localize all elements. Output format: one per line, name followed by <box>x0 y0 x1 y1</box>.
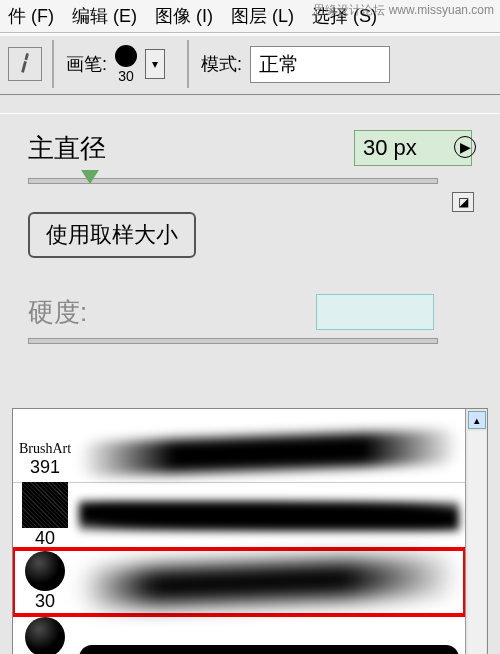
diameter-slider[interactable] <box>28 178 438 184</box>
scroll-up-button[interactable]: ▴ <box>468 411 486 429</box>
play-icon: ▶ <box>460 139 471 155</box>
options-bar: 画笔: 30 ▾ 模式: 正常 <box>0 33 500 95</box>
brush-tool-icon <box>10 48 40 80</box>
diameter-label: 主直径 <box>28 131 106 166</box>
mode-label: 模式: <box>201 52 242 76</box>
brush-thumb-label: 30 <box>35 591 55 612</box>
brush-stroke-preview <box>79 491 459 541</box>
brush-stroke-preview <box>79 428 459 478</box>
brush-settings-panel: 主直径 30 px ▶ ◪ 使用取样大小 硬度: <box>0 113 500 374</box>
hardness-slider[interactable] <box>28 338 438 344</box>
chevron-up-icon: ▴ <box>474 414 480 427</box>
menu-image[interactable]: 图像 (I) <box>155 4 213 28</box>
new-preset-button[interactable]: ◪ <box>452 192 474 212</box>
brush-list-scrollbar[interactable]: ▴ ▾ <box>465 409 487 654</box>
hardness-input[interactable] <box>316 294 434 330</box>
brush-stroke-preview <box>79 623 459 655</box>
brush-preview[interactable]: 30 <box>115 45 137 84</box>
brush-thumb-icon <box>22 482 68 528</box>
watermark-text: 思缘设计论坛 www.missyuan.com <box>313 2 494 19</box>
new-preset-icon: ◪ <box>458 195 469 209</box>
menu-edit[interactable]: 编辑 (E) <box>72 4 137 28</box>
hardness-label: 硬度: <box>28 295 87 330</box>
brush-preset-list: BrushArt 391 40 30 40 <box>12 408 488 654</box>
use-sample-size-button[interactable]: 使用取样大小 <box>28 212 196 258</box>
brush-stroke-preview <box>79 557 459 607</box>
brush-preset-row[interactable]: BrushArt 391 <box>13 409 465 483</box>
brush-preset-row[interactable]: 40 <box>13 483 465 549</box>
brush-picker-label: 画笔: <box>66 52 107 76</box>
brush-thumb-label: 40 <box>35 528 55 549</box>
brush-thumb-label: 391 <box>30 457 60 478</box>
scrollbar-track[interactable] <box>468 431 486 654</box>
brush-dot-icon <box>115 45 137 67</box>
brush-picker-dropdown[interactable]: ▾ <box>145 49 165 79</box>
chevron-down-icon: ▾ <box>152 57 158 71</box>
brush-thumb-icon <box>25 551 65 591</box>
brush-preset-row-selected[interactable]: 30 <box>13 549 465 615</box>
diameter-slider-thumb[interactable] <box>81 170 99 184</box>
brush-preset-row[interactable]: 40 <box>13 615 465 654</box>
menu-layer[interactable]: 图层 (L) <box>231 4 294 28</box>
brush-thumb-icon <box>25 617 65 654</box>
current-tool-well[interactable] <box>8 47 42 81</box>
mode-select[interactable]: 正常 <box>250 46 390 83</box>
brush-size-mini: 30 <box>118 68 134 84</box>
brush-thumb-icon: BrushArt <box>19 441 71 457</box>
menu-file[interactable]: 件 (F) <box>8 4 54 28</box>
panel-flyout-button[interactable]: ▶ <box>454 136 476 158</box>
brush-picker-group: 画笔: 30 ▾ <box>52 40 177 88</box>
mode-group: 模式: 正常 <box>187 40 402 88</box>
